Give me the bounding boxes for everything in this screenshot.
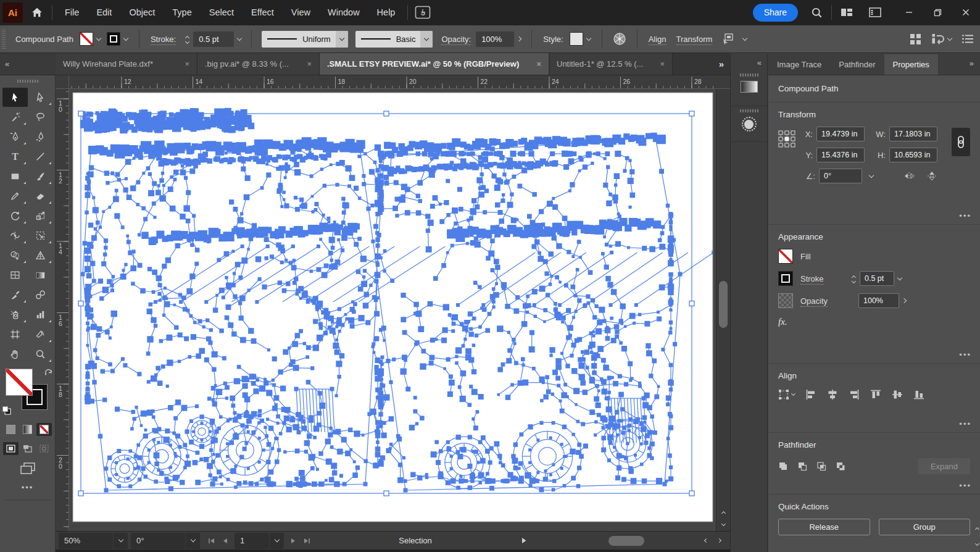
menu-window[interactable]: Window <box>319 0 368 25</box>
direct-selection-tool[interactable] <box>28 88 53 107</box>
zoom-chevron-icon[interactable] <box>113 533 128 549</box>
stroke-weight-field[interactable]: 0.5 pt <box>193 31 234 47</box>
release-button[interactable]: Release <box>778 519 870 535</box>
blend-tool[interactable] <box>28 285 53 304</box>
stroke-swatch[interactable] <box>107 32 120 46</box>
profile-chevron-icon[interactable] <box>336 31 348 48</box>
panel-tab-image-trace[interactable]: Image Trace <box>768 54 830 75</box>
panel-opacity-arrow-icon[interactable] <box>899 293 910 308</box>
appearance-fill-swatch[interactable] <box>778 249 793 264</box>
scroll-right-icon[interactable] <box>713 533 726 549</box>
toolbar-collapse-icon[interactable]: « <box>5 59 9 69</box>
appearance-opacity-swatch[interactable] <box>778 293 793 308</box>
app-logo[interactable]: Ai <box>2 2 23 23</box>
home-icon[interactable] <box>26 0 48 25</box>
flip-vertical-icon[interactable] <box>926 171 937 181</box>
collapse-panels-icon[interactable]: » <box>963 54 980 75</box>
panel-grip[interactable] <box>740 73 758 77</box>
next-artboard-icon[interactable] <box>286 533 300 549</box>
fill-swatch-none[interactable] <box>80 32 93 46</box>
panel-stroke-chevron-icon[interactable] <box>894 271 905 286</box>
y-position-field[interactable]: 15.4376 in <box>816 148 865 162</box>
fx-button[interactable]: fx. <box>778 317 970 327</box>
horizontal-align-center-button[interactable] <box>827 389 838 400</box>
reference-point-locator[interactable] <box>778 130 797 190</box>
restore-button[interactable] <box>923 0 952 25</box>
align-to-dropdown[interactable] <box>778 389 795 400</box>
eraser-tool[interactable] <box>28 186 53 206</box>
vertical-align-center-button[interactable] <box>892 389 903 400</box>
lasso-tool[interactable] <box>28 107 53 127</box>
fill-color-control[interactable] <box>80 31 104 46</box>
color-button[interactable] <box>3 423 19 436</box>
vertical-scroll-thumb[interactable] <box>719 281 728 328</box>
exclude-button[interactable] <box>836 461 846 472</box>
document-tab-4[interactable]: Untitled-1* @ 12.5 % (...× <box>549 53 673 75</box>
controlbar-grip[interactable] <box>2 29 6 49</box>
magic-wand-tool[interactable] <box>2 107 28 127</box>
panel-tab-pathfinder[interactable]: Pathfinder <box>830 54 884 75</box>
width-field[interactable]: 17.1803 in <box>889 127 937 141</box>
rotate-tool[interactable] <box>2 206 28 225</box>
previous-artboard-icon[interactable] <box>218 533 232 549</box>
stroke-panel-link[interactable]: Stroke <box>800 274 824 285</box>
pencil-tool[interactable] <box>2 186 28 206</box>
default-fill-stroke-icon[interactable] <box>2 406 12 416</box>
horizontal-align-right-button[interactable] <box>849 389 860 400</box>
panel-scroll-up-icon[interactable] <box>976 524 979 533</box>
status-display[interactable]: Selection <box>314 536 517 545</box>
unite-button[interactable] <box>778 461 789 472</box>
gradient-button[interactable] <box>20 423 35 436</box>
document-tab-3[interactable]: .SMALL ETSY PREVIEW.ai* @ 50 % (RGB/Prev… <box>320 53 549 75</box>
toolbar-grip[interactable] <box>17 80 38 83</box>
menu-file[interactable]: File <box>56 0 88 25</box>
arrange-documents-icon[interactable] <box>836 0 858 25</box>
align-link[interactable]: Align <box>649 35 666 45</box>
intersect-button[interactable] <box>816 461 827 472</box>
appearance-more-options-icon[interactable]: ••• <box>959 350 971 359</box>
perspective-grid-tool[interactable] <box>28 246 53 265</box>
share-button[interactable]: Share <box>753 4 798 22</box>
scale-tool[interactable] <box>28 206 53 225</box>
artwork-svg[interactable] <box>69 89 716 531</box>
horizontal-align-left-button[interactable] <box>805 389 816 400</box>
tab-close-icon[interactable]: × <box>307 59 312 69</box>
brush-definition-dropdown[interactable]: Basic <box>355 31 433 48</box>
rectangle-tool[interactable] <box>2 167 28 186</box>
opacity-panel-arrow-icon[interactable] <box>514 31 525 46</box>
tab-close-icon[interactable]: × <box>185 59 189 69</box>
curvature-tool[interactable] <box>28 127 53 146</box>
eyedropper-tool[interactable] <box>2 285 28 304</box>
panel-tab-properties[interactable]: Properties <box>884 54 938 75</box>
vertical-scrollbar[interactable] <box>716 89 730 531</box>
type-tool[interactable]: T <box>2 147 28 166</box>
flip-horizontal-icon[interactable] <box>904 171 916 181</box>
none-button[interactable] <box>36 423 52 436</box>
symbol-sprayer-tool[interactable] <box>2 305 28 324</box>
menu-object[interactable]: Object <box>120 0 164 25</box>
zoom-level-dropdown[interactable]: 50% <box>59 533 128 549</box>
panel-menu-icon[interactable] <box>961 34 974 44</box>
vertical-align-bottom-button[interactable] <box>913 389 924 400</box>
panel-layout-icon[interactable] <box>864 0 886 25</box>
ruler-corner[interactable] <box>56 75 69 89</box>
document-arrange-icon[interactable] <box>910 33 921 45</box>
change-screen-mode-icon[interactable] <box>0 462 55 474</box>
status-menu-arrow-icon[interactable] <box>517 533 531 549</box>
horizontal-scroll-thumb[interactable] <box>608 536 644 546</box>
free-transform-tool[interactable] <box>28 226 53 245</box>
style-swatch[interactable] <box>570 32 583 46</box>
menu-effect[interactable]: Effect <box>243 0 283 25</box>
menu-help[interactable]: Help <box>368 0 404 25</box>
shape-builder-tool[interactable] <box>2 246 28 265</box>
first-artboard-icon[interactable] <box>205 533 218 549</box>
style-chevron-icon[interactable] <box>583 31 594 46</box>
last-artboard-icon[interactable] <box>300 533 314 549</box>
opacity-label[interactable]: Opacity: <box>441 35 471 45</box>
opacity-field[interactable]: 100% <box>476 31 514 47</box>
transform-link[interactable]: Transform <box>676 35 713 45</box>
panel-grip[interactable] <box>740 109 758 112</box>
variable-width-profile-dropdown[interactable]: Uniform <box>262 31 348 48</box>
isolate-chevron-icon[interactable] <box>739 31 750 46</box>
stroke-weight-chevron-icon[interactable] <box>234 31 245 46</box>
